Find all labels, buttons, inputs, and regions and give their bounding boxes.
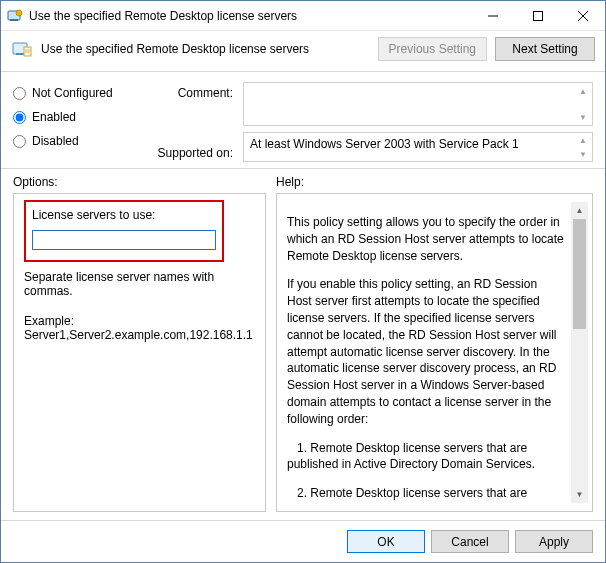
window-title: Use the specified Remote Desktop license…: [29, 9, 470, 23]
scroll-track[interactable]: [571, 219, 588, 486]
scroll-down-icon[interactable]: ▼: [571, 486, 588, 503]
supported-value: At least Windows Server 2003 with Servic…: [250, 137, 519, 151]
options-hint-1: Separate license server names with comma…: [24, 270, 255, 298]
titlebar: Use the specified Remote Desktop license…: [1, 1, 605, 31]
scroll-up-icon[interactable]: ▲: [571, 202, 588, 219]
radio-disabled-input[interactable]: [13, 135, 26, 148]
radio-enabled-input[interactable]: [13, 111, 26, 124]
ok-button[interactable]: OK: [347, 530, 425, 553]
main-area: License servers to use: Separate license…: [1, 193, 605, 520]
svg-rect-9: [24, 47, 31, 56]
help-scrollbar[interactable]: ▲ ▼: [571, 202, 588, 503]
comment-label: Comment:: [143, 86, 233, 100]
scroll-up-icon[interactable]: ▲: [574, 83, 592, 99]
help-p3: 1. Remote Desktop license servers that a…: [287, 440, 565, 474]
help-p1: This policy setting allows you to specif…: [287, 214, 565, 264]
options-pane: License servers to use: Separate license…: [13, 193, 266, 512]
field-values: ▲ ▼ At least Windows Server 2003 with Se…: [243, 82, 593, 162]
header-row: Use the specified Remote Desktop license…: [1, 31, 605, 72]
supported-textbox: At least Windows Server 2003 with Servic…: [243, 132, 593, 162]
column-labels: Options: Help:: [1, 169, 605, 193]
help-column-label: Help:: [276, 175, 593, 189]
scroll-down-icon[interactable]: ▼: [574, 147, 592, 161]
field-labels: Comment: Supported on:: [143, 82, 233, 162]
highlighted-option: License servers to use:: [24, 200, 224, 262]
next-setting-button[interactable]: Next Setting: [495, 37, 595, 61]
cancel-button[interactable]: Cancel: [431, 530, 509, 553]
settings-area: Not Configured Enabled Disabled Comment:…: [1, 72, 605, 169]
radio-enabled[interactable]: Enabled: [13, 110, 133, 124]
license-label: License servers to use:: [32, 208, 216, 222]
svg-rect-4: [533, 11, 542, 20]
radio-enabled-label: Enabled: [32, 110, 76, 124]
supported-scrollbar[interactable]: ▲ ▼: [574, 133, 592, 161]
supported-label: Supported on:: [143, 146, 233, 160]
radio-not-configured-input[interactable]: [13, 87, 26, 100]
scroll-down-icon[interactable]: ▼: [574, 109, 592, 125]
radio-not-configured-label: Not Configured: [32, 86, 113, 100]
policy-icon: [11, 40, 33, 58]
app-icon: [7, 8, 23, 24]
radio-not-configured[interactable]: Not Configured: [13, 86, 133, 100]
dialog-footer: OK Cancel Apply: [1, 520, 605, 562]
header-title: Use the specified Remote Desktop license…: [41, 42, 370, 56]
svg-point-2: [16, 10, 22, 16]
help-text: This policy setting allows you to specif…: [287, 202, 571, 503]
maximize-button[interactable]: [515, 1, 560, 30]
comment-textbox[interactable]: ▲ ▼: [243, 82, 593, 126]
options-column-label: Options:: [13, 175, 266, 189]
options-hint-2: Example: Server1,Server2.example.com,192…: [24, 314, 255, 342]
scroll-up-icon[interactable]: ▲: [574, 133, 592, 147]
license-servers-input[interactable]: [32, 230, 216, 250]
state-radios: Not Configured Enabled Disabled: [13, 82, 133, 162]
help-pane: This policy setting allows you to specif…: [276, 193, 593, 512]
previous-setting-button[interactable]: Previous Setting: [378, 37, 487, 61]
svg-rect-1: [10, 19, 18, 21]
comment-scrollbar[interactable]: ▲ ▼: [574, 83, 592, 125]
close-button[interactable]: [560, 1, 605, 30]
radio-disabled[interactable]: Disabled: [13, 134, 133, 148]
minimize-button[interactable]: [470, 1, 515, 30]
help-p4: 2. Remote Desktop license servers that a…: [287, 485, 565, 503]
svg-rect-8: [16, 53, 24, 55]
apply-button[interactable]: Apply: [515, 530, 593, 553]
radio-disabled-label: Disabled: [32, 134, 79, 148]
gpo-dialog: Use the specified Remote Desktop license…: [0, 0, 606, 563]
scroll-thumb[interactable]: [573, 219, 586, 329]
help-p2: If you enable this policy setting, an RD…: [287, 276, 565, 427]
